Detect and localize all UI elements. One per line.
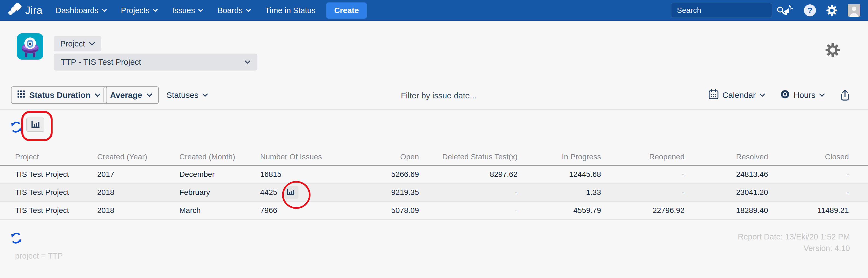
export-icon[interactable] bbox=[840, 90, 850, 101]
table-row: TIS Test Project 2017 December 16815 526… bbox=[0, 166, 868, 184]
cell-in-progress: 12445.68 bbox=[518, 170, 601, 179]
cell-deleted-status-test: - bbox=[419, 188, 518, 197]
report-type-label: Status Duration bbox=[29, 91, 90, 100]
calendar-icon bbox=[709, 89, 718, 101]
grid-icon bbox=[18, 91, 25, 100]
nav-item-time-in-status[interactable]: Time in Status bbox=[265, 6, 315, 15]
chevron-down-icon bbox=[245, 60, 250, 64]
cell-open: 5266.69 bbox=[327, 170, 419, 179]
chevron-down-icon bbox=[153, 9, 158, 12]
bar-chart-icon bbox=[287, 188, 294, 196]
nav-item-dashboards[interactable]: Dashboards bbox=[56, 6, 106, 15]
cell-number-of-issues: 4425 bbox=[260, 186, 327, 199]
issue-date-filter-input[interactable] bbox=[400, 89, 555, 103]
cell-resolved: 24813.46 bbox=[685, 170, 768, 179]
cell-in-progress: 4559.79 bbox=[518, 206, 601, 215]
help-icon[interactable]: ? bbox=[804, 4, 816, 16]
project-select[interactable]: TTP - TIS Test Project bbox=[54, 54, 257, 71]
cell-resolved: 23041.20 bbox=[685, 188, 768, 197]
metric-dropdown[interactable]: Average bbox=[103, 86, 159, 104]
cell-in-progress: 1.33 bbox=[518, 188, 601, 197]
cell-reopened: 22796.92 bbox=[601, 206, 685, 215]
number-of-issues-value: 4425 bbox=[260, 188, 277, 197]
chevron-down-icon bbox=[102, 9, 107, 12]
column-header-closed: Closed bbox=[768, 152, 849, 161]
row-chart-button[interactable] bbox=[283, 186, 299, 199]
cell-created-month: March bbox=[179, 206, 260, 215]
nav-menu: Dashboards Projects Issues Boards Time i… bbox=[56, 6, 315, 15]
cell-project: TIS Test Project bbox=[15, 170, 97, 179]
chevron-down-icon bbox=[246, 9, 251, 12]
nav-right-cluster: ? bbox=[671, 3, 868, 18]
nav-item-label: Issues bbox=[172, 6, 195, 15]
refresh-icon[interactable] bbox=[10, 232, 22, 244]
column-header-created-month: Created (Month) bbox=[179, 152, 260, 161]
jira-logo[interactable]: Jira bbox=[8, 3, 42, 18]
report-date: Report Date: 13/Eki/20 1:52 PM bbox=[738, 231, 850, 242]
cell-closed: 11489.21 bbox=[768, 206, 849, 215]
cell-project: TIS Test Project bbox=[15, 188, 97, 197]
report-settings-gear-icon[interactable] bbox=[825, 42, 841, 59]
cell-created-month: February bbox=[179, 188, 260, 197]
search-box bbox=[671, 3, 772, 18]
search-input[interactable] bbox=[676, 6, 776, 15]
nav-item-label: Projects bbox=[121, 6, 150, 15]
report-type-dropdown[interactable]: Status Duration bbox=[11, 86, 107, 104]
statuses-label: Statuses bbox=[166, 91, 198, 100]
chevron-down-icon bbox=[760, 94, 765, 97]
top-navbar: Jira Dashboards Projects Issues Boards T… bbox=[0, 0, 868, 21]
bar-chart-icon bbox=[31, 120, 40, 129]
cell-reopened: - bbox=[601, 188, 685, 197]
toolbar-right-cluster: Calendar Hours bbox=[709, 86, 850, 104]
metric-label: Average bbox=[110, 91, 142, 100]
user-avatar[interactable] bbox=[848, 4, 860, 17]
report-toolbar: Status Duration Average Statuses bbox=[0, 82, 868, 110]
column-header-reopened: Reopened bbox=[601, 152, 685, 161]
announcements-megaphone-icon[interactable] bbox=[782, 4, 794, 16]
cell-created-year: 2017 bbox=[97, 170, 179, 179]
cell-resolved: 18289.40 bbox=[685, 206, 768, 215]
hours-label: Hours bbox=[794, 91, 815, 100]
column-header-number-of-issues: Number Of Issues bbox=[260, 152, 327, 161]
chevron-down-icon bbox=[203, 94, 208, 97]
calendar-dropdown[interactable]: Calendar bbox=[709, 89, 765, 101]
table-header-row: Project Created (Year) Created (Month) N… bbox=[0, 149, 868, 166]
chevron-down-icon bbox=[95, 94, 100, 97]
cell-number-of-issues: 7966 bbox=[260, 206, 327, 215]
project-type-label: Project bbox=[60, 39, 85, 48]
settings-gear-icon[interactable] bbox=[826, 4, 838, 16]
create-button[interactable]: Create bbox=[327, 2, 366, 19]
cell-closed: - bbox=[768, 188, 849, 197]
cell-project: TIS Test Project bbox=[15, 206, 97, 215]
chevron-down-icon bbox=[819, 94, 825, 97]
cell-closed: - bbox=[768, 170, 849, 179]
status-duration-table: Project Created (Year) Created (Month) N… bbox=[0, 149, 868, 220]
nav-item-projects[interactable]: Projects bbox=[121, 6, 158, 15]
nav-item-label: Dashboards bbox=[56, 6, 98, 15]
nav-item-issues[interactable]: Issues bbox=[172, 6, 203, 15]
project-type-dropdown[interactable]: Project bbox=[54, 36, 101, 51]
column-header-created-year: Created (Year) bbox=[97, 152, 179, 161]
cell-deleted-status-test: - bbox=[419, 206, 518, 215]
report-version: Version: 4.10 bbox=[738, 242, 850, 254]
column-header-resolved: Resolved bbox=[685, 152, 768, 161]
project-select-value: TTP - TIS Test Project bbox=[61, 58, 141, 67]
cell-open: 9219.35 bbox=[327, 188, 419, 197]
nav-item-boards[interactable]: Boards bbox=[217, 6, 251, 15]
cell-created-year: 2018 bbox=[97, 188, 179, 197]
chevron-down-icon bbox=[147, 94, 152, 97]
nav-item-label: Time in Status bbox=[265, 6, 315, 15]
table-row: TIS Test Project 2018 February 4425 bbox=[0, 184, 868, 202]
report-meta: Report Date: 13/Eki/20 1:52 PM Version: … bbox=[738, 231, 850, 254]
cell-reopened: - bbox=[601, 170, 685, 179]
project-avatar[interactable] bbox=[17, 33, 43, 61]
column-header-open: Open bbox=[327, 152, 419, 161]
cell-deleted-status-test: 8297.62 bbox=[419, 170, 518, 179]
refresh-icon[interactable] bbox=[10, 121, 22, 133]
toggle-chart-view-button[interactable] bbox=[26, 117, 44, 132]
jira-logo-icon bbox=[8, 3, 22, 18]
table-row: TIS Test Project 2018 March 7966 5078.09… bbox=[0, 202, 868, 220]
time-unit-dropdown[interactable]: Hours bbox=[780, 90, 825, 101]
statuses-dropdown[interactable]: Statuses bbox=[166, 86, 208, 104]
column-header-project: Project bbox=[15, 152, 97, 161]
